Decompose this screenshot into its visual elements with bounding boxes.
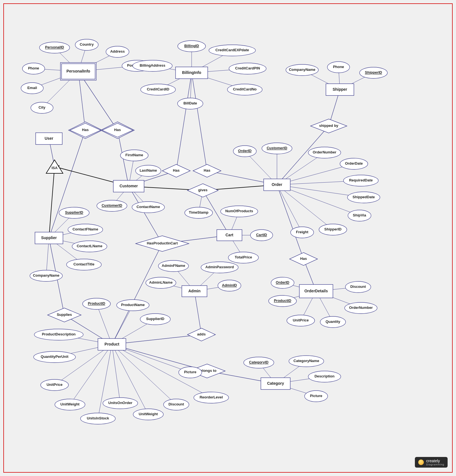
attribute-SU_ContactTitle[interactable]: ContactTitle <box>67 259 102 270</box>
attribute-CA_TotalPrice[interactable]: TotalPrice <box>228 252 258 263</box>
attribute-PI_Email[interactable]: Email <box>21 83 43 94</box>
relationship-Has_Order_OD[interactable]: Has <box>290 253 318 265</box>
relationship-Has_PI_Cust[interactable]: Has <box>69 122 102 139</box>
attribute-PR_Discount[interactable]: Discount <box>163 399 189 410</box>
entity-BillingInfo[interactable]: BillingInfo <box>176 67 208 79</box>
relationship-Has_BI_Order[interactable]: Has <box>193 164 221 177</box>
entity-Supplier[interactable]: Supplier <box>35 232 63 244</box>
attribute-CT_Picture[interactable]: Picture <box>305 391 328 402</box>
attribute-PR_ProductName[interactable]: ProductName <box>117 300 149 311</box>
attribute-OR_Freight[interactable]: Freight <box>291 227 314 238</box>
entity-Admin[interactable]: Admin <box>182 286 207 297</box>
attribute-CU_LastName[interactable]: LastName <box>135 165 161 176</box>
attribute-CT_Description[interactable]: Description <box>308 371 341 382</box>
attribute-label-SU_ContactLName: ContactLName <box>77 244 102 248</box>
relationship-Supplies[interactable]: Supplies <box>48 308 81 322</box>
attribute-PR_UnitsInStock[interactable]: UnitsInStock <box>81 413 116 424</box>
attribute-CA_CartID[interactable]: CartID <box>250 230 273 241</box>
attribute-OR_ShippedDate[interactable]: ShippedDate <box>347 192 380 203</box>
attribute-OR_CustomerID[interactable]: CustomerID <box>262 143 292 154</box>
entity-OrderDetails[interactable]: OrderDetails <box>299 284 333 298</box>
attribute-PR_ProductID[interactable]: ProductID <box>83 298 111 309</box>
attribute-PI_Country[interactable]: Country <box>75 39 98 50</box>
entity-label-BillingInfo: BillingInfo <box>182 70 201 75</box>
entity-Product[interactable]: Product <box>98 339 126 350</box>
attribute-GV_TimeStamp[interactable]: TimeStamp <box>185 207 213 218</box>
attribute-PR_QuantityPerUnit[interactable]: QuantityPerUnit <box>34 351 76 363</box>
entity-Customer[interactable]: Customer <box>113 180 144 192</box>
attribute-OD_UnitPrice[interactable]: UnitPrice <box>287 315 315 326</box>
attribute-label-PR_UnitWeight: UnitWeight <box>60 402 80 406</box>
attribute-BI_CreditCardNo[interactable]: CreditCardNo <box>227 84 262 95</box>
entity-User[interactable]: User <box>36 133 62 144</box>
entity-label-PersonalInfo: PersonalInfo <box>67 69 90 73</box>
attribute-SU_ContactLName[interactable]: ContactLName <box>72 241 107 252</box>
attribute-SH_CompanyName[interactable]: CompanyName <box>286 64 318 76</box>
entity-Cart[interactable]: Cart <box>217 230 242 241</box>
attribute-label-BI_CreditCardID: CreditCardID <box>147 87 169 91</box>
attribute-OR_ShipperID[interactable]: ShipperID <box>319 224 347 235</box>
attribute-AD_AdminFName[interactable]: AdminFName <box>158 260 189 272</box>
attribute-CT_CategoryName[interactable]: CategoryName <box>289 356 324 367</box>
isa-triangle[interactable]: ISA <box>46 160 63 173</box>
attribute-PR_ReorderLevel[interactable]: ReorderLevel <box>194 392 229 403</box>
attribute-BI_BillingID[interactable]: BillingID <box>178 41 206 52</box>
attribute-OD_ProductID[interactable]: ProductID <box>269 295 297 307</box>
attribute-label-CT_Description: Description <box>314 374 335 378</box>
attribute-OR_ShipVia[interactable]: ShipVia <box>348 210 371 221</box>
entity-Shipper[interactable]: Shipper <box>326 84 354 95</box>
attribute-PR_ProductDescription[interactable]: ProductDescription <box>34 329 83 340</box>
attribute-label-PR_Discount: Discount <box>168 402 184 406</box>
attribute-PR_UnitPrice[interactable]: UnitPrice <box>41 379 69 391</box>
attribute-CA_NumOfProducts[interactable]: NumOfProducts <box>220 206 258 217</box>
relationship-Has_BI_Cust[interactable]: Has <box>162 164 190 177</box>
attribute-CU_ContactName[interactable]: ContactName <box>132 202 164 213</box>
attribute-BI_CreditCardID[interactable]: CreditCardID <box>141 84 176 95</box>
attribute-CT_CategoryID[interactable]: CategoryID <box>244 357 274 368</box>
relationship-adds[interactable]: adds <box>187 328 215 341</box>
attribute-SH_Phone[interactable]: Phone <box>327 62 350 73</box>
relationship-shipped_by[interactable]: shipped by <box>311 119 347 133</box>
attribute-AD_AdminPassword[interactable]: AdminPassword <box>201 262 238 273</box>
attribute-OD_Discount[interactable]: Discount <box>345 281 371 293</box>
attribute-OD_OrderNumber[interactable]: OrderNumber <box>345 302 377 314</box>
attribute-OR_RequiredDate[interactable]: RequiredDate <box>344 175 379 186</box>
attribute-label-BI_CreditCardEXPdate: CreditCardEXPdate <box>215 48 249 52</box>
attribute-OR_OrderNumber[interactable]: OrderNumber <box>308 147 341 158</box>
attribute-label-PR_ProductDescription: ProductDescription <box>42 332 76 336</box>
attribute-OR_OrderDate[interactable]: OrderDate <box>340 158 368 169</box>
relationship-HasProductInCart[interactable]: HasProductInCart <box>136 236 189 251</box>
entity-PersonalInfo[interactable]: PersonalInfo <box>60 63 96 80</box>
attribute-AD_AdminLName[interactable]: AdminLName <box>146 277 176 288</box>
attribute-BI_CreditCardPIN[interactable]: CreditCardPIN <box>229 63 266 74</box>
attribute-BI_BillingAddress[interactable]: BillingAddress <box>133 60 172 71</box>
attribute-label-OR_OrderID: OrderID <box>238 149 251 153</box>
attribute-PR_UnitWeight2[interactable]: UnitWeight <box>133 409 163 420</box>
attribute-label-PR_SupplierID: SupplierID <box>146 317 164 321</box>
attribute-AD_AdminID[interactable]: AdminID <box>218 280 241 291</box>
attribute-SU_SupplierID[interactable]: SupplierID <box>59 207 89 218</box>
attribute-OR_OrderID[interactable]: OrderID <box>233 146 257 157</box>
attribute-PR_SupplierID[interactable]: SupplierID <box>140 314 170 325</box>
entity-Category[interactable]: Category <box>261 378 290 389</box>
entity-Order[interactable]: Order <box>264 179 290 191</box>
attribute-SH_ShipperID[interactable]: ShipperID <box>359 67 387 78</box>
relationship-Has_PI_Supp[interactable]: Has <box>101 122 134 139</box>
attribute-BI_BillDate[interactable]: BillDate <box>177 98 203 109</box>
attribute-OD_OrderID[interactable]: OrderID <box>271 277 294 288</box>
attribute-PI_Address[interactable]: Address <box>106 46 129 57</box>
attribute-CU_FirstName[interactable]: FirstName <box>120 150 148 161</box>
attribute-PI_City[interactable]: City <box>31 102 53 113</box>
attribute-CU_CustomerID[interactable]: CustomerID <box>97 200 127 211</box>
attribute-SU_ContactFName[interactable]: ContactFName <box>68 224 103 235</box>
edge-BillingInfo-Has_BI_Order <box>192 73 207 171</box>
relationship-gives[interactable]: gives <box>187 184 218 197</box>
attribute-PR_UnitsOnOrder[interactable]: UnitsOnOrder <box>103 398 138 409</box>
attribute-PR_UnitWeight[interactable]: UnitWeight <box>55 399 85 410</box>
attribute-PR_Picture[interactable]: Picture <box>179 367 202 378</box>
attribute-OD_Quantity[interactable]: Quantity <box>320 316 345 328</box>
attribute-SU_CompanyName[interactable]: CompanyName <box>30 270 62 281</box>
attribute-PI_Phone[interactable]: Phone <box>22 63 45 74</box>
attribute-PI_PersonalID[interactable]: PersonalID <box>39 42 70 53</box>
attribute-BI_CreditCardEXPdate[interactable]: CreditCardEXPdate <box>209 45 256 56</box>
